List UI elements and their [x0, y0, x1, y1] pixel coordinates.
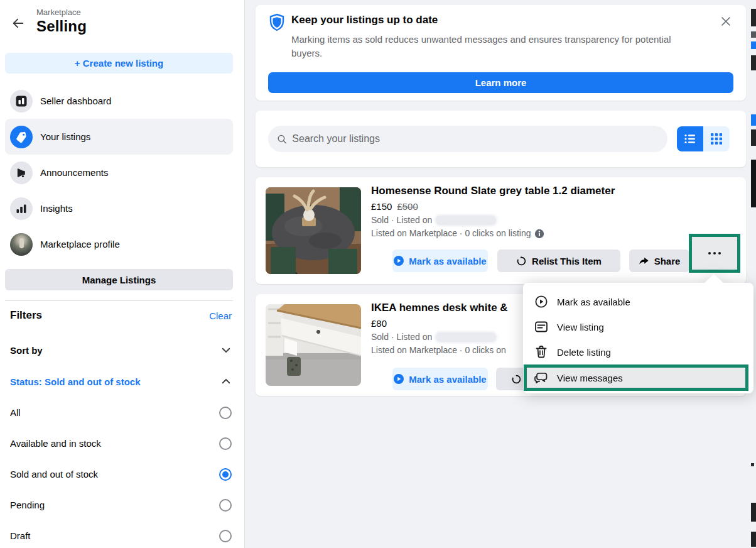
screen-artifact — [751, 41, 756, 49]
radio-available[interactable] — [219, 437, 232, 450]
menu-item-label: View listing — [557, 322, 604, 332]
option-label: All — [10, 407, 21, 418]
list-view-icon — [684, 133, 696, 145]
listing-title[interactable]: Homesense Round Slate grey table 1.2 dia… — [371, 184, 738, 199]
radio-draft[interactable] — [219, 530, 232, 542]
relist-icon — [516, 256, 527, 266]
menu-item-label: Mark as available — [557, 297, 630, 307]
relist-this-item-button[interactable]: Relist This Item — [497, 249, 620, 272]
sidebar-item-announcements[interactable]: Announcements — [5, 155, 233, 190]
create-new-listing-button[interactable]: + Create new listing — [5, 53, 233, 74]
sidebar-nav: Seller dashboard Your listings Announcem… — [5, 83, 233, 262]
search-input[interactable] — [292, 133, 659, 145]
play-circle-icon — [534, 295, 548, 308]
ellipsis-icon — [708, 252, 721, 255]
megaphone-icon — [10, 162, 33, 184]
listing-status: Sold · Listed on — [371, 214, 432, 227]
listing-card-table: Homesense Round Slate grey table 1.2 dia… — [256, 177, 746, 284]
listing-price: £150 — [371, 201, 392, 212]
divider — [5, 300, 233, 301]
list-view-button[interactable] — [677, 126, 703, 151]
menu-notch — [704, 274, 724, 283]
learn-more-button[interactable]: Learn more — [268, 72, 733, 93]
radio-all[interactable] — [219, 407, 232, 419]
banner-title: Keep your listings up to date — [291, 14, 438, 26]
sidebar-item-label: Insights — [40, 203, 73, 214]
search-icon — [277, 134, 287, 145]
status-filter-row[interactable]: Status: Sold and out of stock — [10, 376, 232, 387]
menu-item-view-messages[interactable]: View messages — [524, 364, 748, 391]
avatar — [10, 233, 33, 256]
more-options-button[interactable] — [689, 234, 740, 273]
status-option-pending[interactable]: Pending — [10, 490, 232, 520]
radio-pending[interactable] — [219, 499, 232, 512]
grid-view-button[interactable] — [703, 126, 730, 151]
filters-heading: Filters — [10, 309, 42, 322]
page-title: Selling — [36, 18, 87, 35]
listing-image-table[interactable] — [266, 187, 361, 274]
play-circle-icon — [394, 374, 404, 384]
option-label: Sold and out of stock — [10, 469, 98, 480]
document-icon — [534, 321, 548, 332]
context-menu: Mark as available View listing Delete li… — [523, 283, 753, 393]
chevron-down-icon — [220, 344, 232, 356]
status-option-sold[interactable]: Sold and out of stock — [10, 459, 232, 490]
menu-item-mark-as-available[interactable]: Mark as available — [523, 289, 753, 314]
sort-by-label: Sort by — [10, 345, 43, 356]
close-icon[interactable] — [717, 13, 735, 30]
sidebar: Marketplace Selling + Create new listing… — [0, 0, 245, 548]
sidebar-item-your-listings[interactable]: Your listings — [5, 119, 233, 155]
screen-artifact — [751, 31, 756, 38]
menu-item-view-listing[interactable]: View listing — [523, 314, 753, 339]
dashboard-icon — [10, 90, 33, 112]
status-option-all[interactable]: All — [10, 397, 232, 428]
menu-item-label: Delete listing — [557, 347, 611, 358]
mark-as-available-button[interactable]: Mark as available — [392, 368, 488, 390]
back-arrow-icon — [11, 16, 25, 30]
screen-artifact — [751, 532, 756, 547]
grid-view-icon — [711, 133, 722, 145]
menu-item-label: View messages — [557, 373, 623, 383]
listing-original-price: £500 — [397, 201, 418, 212]
option-label: Pending — [10, 500, 45, 510]
sidebar-item-marketplace-profile[interactable]: Marketplace profile — [5, 226, 233, 262]
play-circle-icon — [394, 256, 404, 266]
screen-artifact — [751, 55, 756, 70]
menu-item-delete-listing[interactable]: Delete listing — [523, 339, 753, 364]
banner-description: Marking items as sold reduces unwanted m… — [291, 33, 693, 60]
listing-image-desk[interactable] — [266, 304, 361, 386]
share-icon — [639, 256, 649, 266]
info-icon[interactable] — [534, 229, 544, 239]
trash-icon — [534, 346, 548, 358]
status-option-available[interactable]: Available and in stock — [10, 428, 232, 459]
screen-artifact — [751, 129, 756, 146]
share-button[interactable]: Share — [629, 249, 689, 272]
sidebar-item-seller-dashboard[interactable]: Seller dashboard — [5, 83, 233, 119]
search-bar[interactable] — [268, 126, 667, 152]
option-label: Available and in stock — [10, 438, 101, 449]
clear-filters-link[interactable]: Clear — [209, 310, 232, 321]
radio-sold-selected[interactable] — [219, 468, 232, 481]
mark-as-available-button[interactable]: Mark as available — [392, 249, 488, 272]
sort-by-row[interactable]: Sort by — [10, 344, 232, 356]
sidebar-item-label: Announcements — [40, 167, 108, 178]
listing-meta: Listed on Marketplace · 0 clicks on list… — [371, 227, 531, 240]
chevron-up-icon — [220, 376, 232, 387]
listing-status: Sold · Listed on — [371, 331, 432, 344]
manage-listings-button[interactable]: Manage Listings — [5, 269, 233, 290]
status-option-draft[interactable]: Draft — [10, 520, 232, 548]
listing-meta: Listed on Marketplace · 0 clicks on — [371, 344, 506, 357]
status-filter-label: Status: Sold and out of stock — [10, 376, 141, 387]
option-label: Draft — [10, 530, 31, 541]
redacted-date — [436, 216, 496, 225]
back-button[interactable] — [9, 14, 28, 33]
chat-icon — [534, 371, 548, 384]
sidebar-item-insights[interactable]: Insights — [5, 190, 233, 226]
info-banner: Keep your listings up to date Marking it… — [256, 5, 746, 101]
screen-artifact — [751, 503, 756, 522]
relist-icon — [511, 374, 522, 385]
screen-artifact — [751, 9, 756, 26]
status-options: All Available and in stock Sold and out … — [10, 397, 232, 548]
tag-icon — [10, 126, 33, 148]
view-toggle — [677, 126, 730, 151]
